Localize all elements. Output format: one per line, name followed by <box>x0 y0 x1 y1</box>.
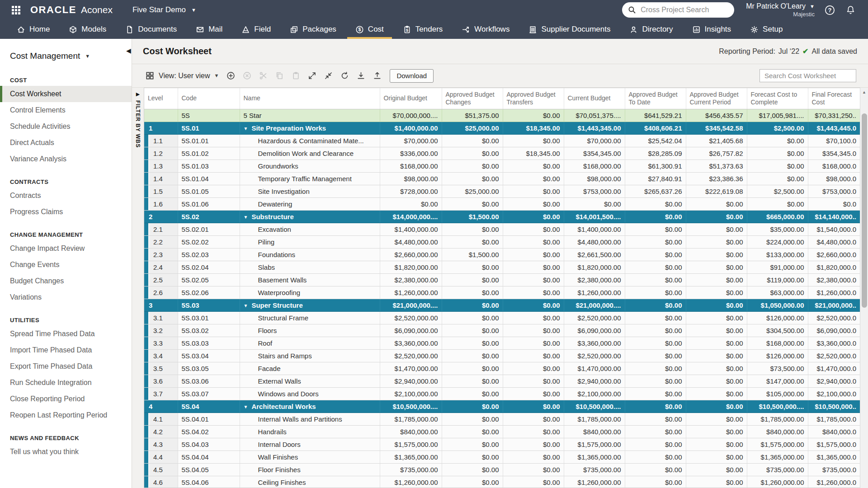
value-cell[interactable]: $126,000.00 <box>747 311 808 324</box>
name-cell[interactable]: ▼Site Preparation Works <box>240 122 380 134</box>
value-cell[interactable]: $1,260,000.00 <box>380 476 442 488</box>
value-cell[interactable]: $147,000.00 <box>747 375 808 387</box>
value-cell[interactable]: $21,405.68 <box>686 134 747 147</box>
value-cell[interactable]: $840,000.00 <box>380 425 442 438</box>
value-cell[interactable]: $21,000,000.... <box>380 299 442 311</box>
name-cell[interactable]: ▼Substructure <box>240 210 380 223</box>
value-cell[interactable]: $73,500.00 <box>747 362 808 375</box>
code-cell[interactable]: 5S.01 <box>178 122 240 134</box>
value-cell[interactable]: $0.00 <box>442 476 503 488</box>
value-cell[interactable]: $0.00 <box>686 210 747 223</box>
sidebar-item-reopen-last-reporting-period[interactable]: Reopen Last Reporting Period <box>0 407 132 423</box>
value-cell[interactable]: $0.00 <box>503 324 564 337</box>
sidebar-item-spread-time-phased-data[interactable]: Spread Time Phased Data <box>0 326 132 342</box>
value-cell[interactable]: $0.00 <box>442 463 503 476</box>
value-cell[interactable]: $2,520,000.0 <box>808 311 860 324</box>
value-cell[interactable]: $222,619.08 <box>686 185 747 197</box>
sidebar-item-tell-us-what-you-think[interactable]: Tell us what you think <box>0 444 132 460</box>
level-cell[interactable]: 3.5 <box>144 362 178 375</box>
notifications-button[interactable] <box>844 4 856 16</box>
value-cell[interactable]: $0.00 <box>625 311 686 324</box>
name-cell[interactable]: Hazardous & Contaminated Mate... <box>240 134 380 147</box>
value-cell[interactable]: $0.00 <box>625 299 686 311</box>
value-cell[interactable]: $21,000,000.. <box>808 299 860 311</box>
value-cell[interactable]: $1,785,000.00 <box>747 413 808 425</box>
value-cell[interactable]: $0.00 <box>442 197 503 210</box>
collapse-caret-icon[interactable]: ▼ <box>244 404 248 409</box>
level-cell[interactable]: 3.3 <box>144 337 178 349</box>
column-header-name[interactable]: Name <box>240 88 380 109</box>
code-cell[interactable]: 5S.03.03 <box>178 337 240 349</box>
value-cell[interactable]: $0.00 <box>442 450 503 463</box>
user-menu[interactable]: Mr Patrick O'Leary ▼ Majestic <box>746 2 815 18</box>
value-cell[interactable]: $168,000.00 <box>380 160 442 172</box>
value-cell[interactable]: $0.00 <box>442 349 503 362</box>
value-cell[interactable]: $0.00 <box>442 400 503 413</box>
value-cell[interactable]: $61,300.91 <box>625 160 686 172</box>
value-cell[interactable]: $3,360,000.00 <box>564 337 625 349</box>
scroll-up-icon[interactable]: ▲ <box>862 88 866 94</box>
view-selector[interactable]: View: User view ▼ <box>159 72 219 80</box>
code-cell[interactable]: 5S.03.04 <box>178 349 240 362</box>
value-cell[interactable]: $0.00 <box>625 248 686 261</box>
name-cell[interactable]: Stairs and Ramps <box>240 349 380 362</box>
name-cell[interactable]: Wall Finishes <box>240 450 380 463</box>
value-cell[interactable]: $0.00 <box>442 172 503 185</box>
filter-expand-icon[interactable]: ▶ <box>136 91 140 97</box>
code-cell[interactable]: 5S.03.06 <box>178 375 240 387</box>
level-cell[interactable] <box>144 109 178 122</box>
sidebar-item-variations[interactable]: Variations <box>0 289 132 305</box>
value-cell[interactable]: $2,520,000.0 <box>808 349 860 362</box>
level-cell[interactable]: 2.1 <box>144 223 178 235</box>
value-cell[interactable]: $2,100,000.00 <box>564 387 625 400</box>
value-cell[interactable]: $4,480,000.00 <box>564 235 625 248</box>
level-cell[interactable]: 4.4 <box>144 450 178 463</box>
value-cell[interactable]: $0.00 <box>503 311 564 324</box>
cross-project-search[interactable] <box>622 2 734 18</box>
value-cell[interactable]: $1,500.00 <box>442 210 503 223</box>
value-cell[interactable]: $0.00 <box>503 299 564 311</box>
value-cell[interactable]: $51,375.00 <box>442 109 503 122</box>
column-header-final-forecast-cost[interactable]: Final Forecast Cost <box>808 88 860 109</box>
collapse-caret-icon[interactable]: ▼ <box>244 215 248 220</box>
value-cell[interactable]: $0.00 <box>686 299 747 311</box>
level-cell[interactable]: 2.2 <box>144 235 178 248</box>
code-cell[interactable]: 5S.01.02 <box>178 147 240 160</box>
value-cell[interactable]: $0.00 <box>442 147 503 160</box>
value-cell[interactable]: $1,785,000.0 <box>808 413 860 425</box>
value-cell[interactable]: $0.00 <box>442 375 503 387</box>
value-cell[interactable]: $354,345.00 <box>564 147 625 160</box>
value-cell[interactable]: $0.00 <box>625 450 686 463</box>
name-cell[interactable]: Groundworks <box>240 160 380 172</box>
code-cell[interactable]: 5S.04.06 <box>178 476 240 488</box>
nav-item-mail[interactable]: Mail <box>186 20 232 39</box>
value-cell[interactable]: $70,331,250.. <box>808 109 860 122</box>
value-cell[interactable]: $0.00 <box>503 413 564 425</box>
value-cell[interactable]: $21,000,000.... <box>564 299 625 311</box>
value-cell[interactable]: $2,660,000.00 <box>380 248 442 261</box>
value-cell[interactable]: $1,820,000.0 <box>808 261 860 273</box>
nav-item-tenders[interactable]: $Tenders <box>393 20 452 39</box>
refresh-icon[interactable] <box>339 70 350 82</box>
value-cell[interactable]: $0.00 <box>686 438 747 450</box>
column-header-original-budget[interactable]: Original Budget <box>380 88 442 109</box>
value-cell[interactable]: $0.00 <box>686 450 747 463</box>
value-cell[interactable]: $0.00 <box>503 197 564 210</box>
value-cell[interactable]: $0.00 <box>686 261 747 273</box>
value-cell[interactable]: $0.00 <box>442 387 503 400</box>
name-cell[interactable]: External Walls <box>240 375 380 387</box>
sidebar-collapse-button[interactable]: ◀ <box>126 47 131 54</box>
nav-item-setup[interactable]: Setup <box>741 20 792 39</box>
value-cell[interactable]: $2,100,000.0 <box>808 387 860 400</box>
value-cell[interactable]: $0.00 <box>442 337 503 349</box>
code-cell[interactable]: 5S.03 <box>178 299 240 311</box>
value-cell[interactable]: $0.00 <box>686 324 747 337</box>
value-cell[interactable]: $1,050,000.00 <box>747 299 808 311</box>
level-cell[interactable]: 2.3 <box>144 248 178 261</box>
value-cell[interactable]: $126,000.00 <box>747 349 808 362</box>
scrollbar-thumb[interactable] <box>862 113 867 308</box>
value-cell[interactable]: $735,000.00 <box>564 463 625 476</box>
sidebar-item-control-elements[interactable]: Control Elements <box>0 102 132 118</box>
value-cell[interactable]: $119,000.00 <box>747 273 808 286</box>
value-cell[interactable]: $0.00 <box>625 210 686 223</box>
